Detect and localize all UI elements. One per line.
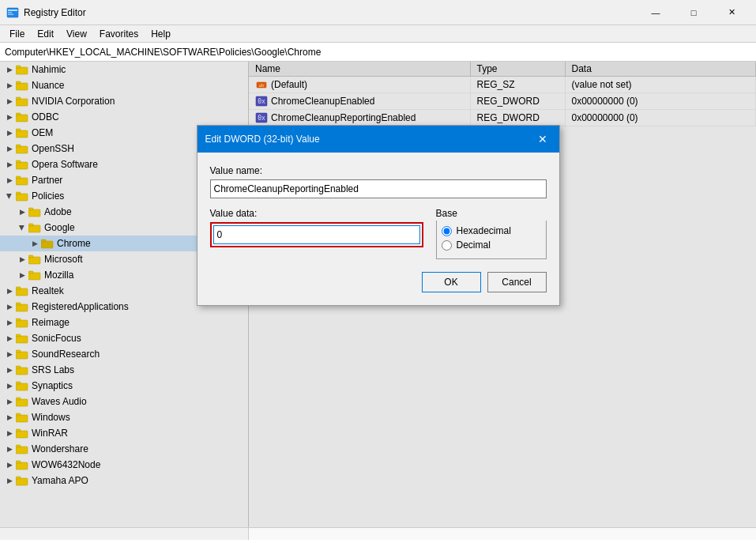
dialog-body: Value name: Value data: Base xyxy=(197,153,559,305)
window-title: Registry Editor xyxy=(24,7,638,18)
dialog-buttons: OK Cancel xyxy=(210,272,547,292)
value-data-input[interactable] xyxy=(213,225,420,244)
dialog-overlay: Edit DWORD (32-bit) Value ✕ Value name: … xyxy=(0,62,756,527)
menu-file[interactable]: File xyxy=(3,27,31,41)
dialog-row: Value data: Base Hexadecimal xyxy=(210,208,547,259)
minimize-button[interactable]: — xyxy=(638,0,674,25)
dec-label: Decimal xyxy=(457,239,491,251)
base-options: Hexadecimal Decimal xyxy=(436,221,547,259)
dec-option[interactable]: Decimal xyxy=(442,239,541,251)
hex-radio[interactable] xyxy=(442,226,452,236)
value-data-section: Value data: xyxy=(210,208,423,259)
value-name-input[interactable] xyxy=(210,179,547,198)
title-bar: Registry Editor — □ ✕ xyxy=(0,0,756,25)
dialog-title: Edit DWORD (32-bit) Value xyxy=(205,134,320,145)
dialog-close-button[interactable]: ✕ xyxy=(534,130,551,148)
menu-help[interactable]: Help xyxy=(145,27,177,41)
menu-favorites[interactable]: Favorites xyxy=(93,27,145,41)
address-bar: Computer\HKEY_LOCAL_MACHINE\SOFTWARE\Pol… xyxy=(0,43,756,62)
dialog-titlebar: Edit DWORD (32-bit) Value ✕ xyxy=(197,126,559,153)
maximize-button[interactable]: □ xyxy=(675,0,712,25)
address-path: Computer\HKEY_LOCAL_MACHINE\SOFTWARE\Pol… xyxy=(5,47,321,58)
close-button[interactable]: ✕ xyxy=(713,0,750,25)
menu-edit[interactable]: Edit xyxy=(31,27,60,41)
hex-option[interactable]: Hexadecimal xyxy=(442,225,541,236)
hex-label: Hexadecimal xyxy=(457,225,511,236)
base-legend: Base xyxy=(436,208,547,219)
edit-dword-dialog: Edit DWORD (32-bit) Value ✕ Value name: … xyxy=(197,125,560,306)
base-section: Base Hexadecimal Decimal xyxy=(436,208,547,259)
menu-bar: File Edit View Favorites Help xyxy=(0,25,756,43)
ok-button[interactable]: OK xyxy=(422,272,481,292)
dec-radio[interactable] xyxy=(442,240,452,251)
value-data-wrapper xyxy=(210,222,423,247)
main-content: ▶ Nahimic▶ Nuance▶ NVIDIA Corporation▶ O… xyxy=(0,62,756,527)
menu-view[interactable]: View xyxy=(60,27,93,41)
svg-rect-1 xyxy=(8,9,17,11)
svg-rect-2 xyxy=(8,12,12,13)
scrollbar-area xyxy=(0,527,756,540)
app-icon xyxy=(6,6,19,19)
value-data-label: Value data: xyxy=(210,208,423,219)
svg-rect-3 xyxy=(8,13,13,15)
window-controls: — □ ✕ xyxy=(638,0,750,25)
value-name-label: Value name: xyxy=(210,165,547,176)
cancel-button[interactable]: Cancel xyxy=(487,272,547,292)
